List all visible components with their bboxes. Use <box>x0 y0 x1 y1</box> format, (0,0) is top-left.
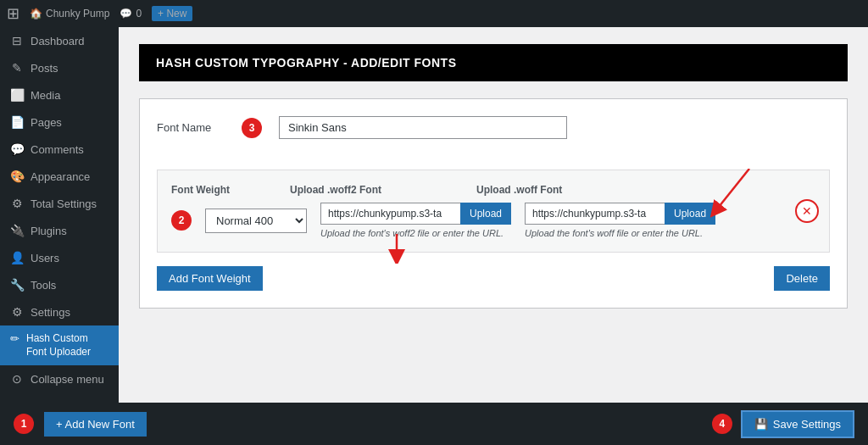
font-name-label: Font Name <box>157 121 225 134</box>
collapse-icon: ⊙ <box>10 372 24 386</box>
save-settings-button[interactable]: 💾 Save Settings <box>741 410 854 438</box>
main-content: HASH CUSTOM TYPOGRAPHY - ADD/EDIT FONTS … <box>119 27 868 403</box>
sidebar-item-plugins[interactable]: 🔌 Plugins <box>0 217 119 244</box>
woff-url-input[interactable] <box>525 203 665 225</box>
woff2-upload-button[interactable]: Upload <box>460 203 511 225</box>
bubble-icon: 💬 <box>120 8 132 19</box>
footer-left: 1 + Add New Font <box>14 412 147 437</box>
woff2-upload-row: Upload <box>320 203 511 225</box>
font-weight-select[interactable]: Normal 400 Bold 700 Light 300 Medium 500 <box>205 209 307 233</box>
sidebar-item-comments[interactable]: 💬 Comments <box>0 136 119 163</box>
font-name-input[interactable] <box>279 116 567 139</box>
sidebar-item-dashboard[interactable]: ⊟ Dashboard <box>0 27 119 54</box>
font-weight-section: Font Weight Upload .woff2 Font Upload .w… <box>157 170 830 253</box>
col-woff-label: Upload .woff Font <box>476 184 646 196</box>
woff-upload-group: Upload Upload the font's woff file or en… <box>525 203 715 238</box>
users-icon: 👤 <box>10 251 24 264</box>
sidebar-item-media[interactable]: ⬜ Media <box>0 81 119 108</box>
delete-button[interactable]: Delete <box>774 266 830 291</box>
woff-hint: Upload the font's woff file or enter the… <box>525 228 715 238</box>
font-weight-header: Font Weight Upload .woff2 Font Upload .w… <box>171 184 815 196</box>
total-settings-icon: ⚙ <box>10 197 24 210</box>
sidebar-item-appearance[interactable]: 🎨 Appearance <box>0 163 119 190</box>
sidebar: ⊟ Dashboard ✎ Posts ⬜ Media 📄 Pages 💬 Co… <box>0 27 119 403</box>
woff2-url-input[interactable] <box>320 203 460 225</box>
col-weight-label: Font Weight <box>171 184 273 196</box>
sidebar-item-collapse[interactable]: ⊙ Collapse menu <box>0 365 119 392</box>
tools-icon: 🔧 <box>10 278 24 292</box>
save-icon: 💾 <box>754 418 768 431</box>
delete-row-button[interactable]: ✕ <box>795 199 819 223</box>
badge-4: 4 <box>712 414 732 434</box>
sidebar-item-users[interactable]: 👤 Users <box>0 244 119 271</box>
comments-count[interactable]: 💬 0 <box>120 8 142 19</box>
pages-icon: 📄 <box>10 115 24 129</box>
red-arrow-woff2 <box>371 234 422 264</box>
font-weight-row: 2 Normal 400 Bold 700 Light 300 Medium 5… <box>171 203 815 238</box>
settings-icon: ⚙ <box>10 305 24 319</box>
site-name[interactable]: 🏠 Chunky Pump <box>30 8 109 19</box>
woff-upload-row: Upload <box>525 203 715 225</box>
badge-2: 2 <box>171 210 192 231</box>
woff-upload-button[interactable]: Upload <box>665 203 715 225</box>
footer-right: 4 💾 Save Settings <box>712 410 854 438</box>
sidebar-item-pages[interactable]: 📄 Pages <box>0 108 119 136</box>
sidebar-item-hash-font[interactable]: ✏ Hash Custom Font Uploader <box>0 325 119 365</box>
dashboard-icon: ⊟ <box>10 34 24 47</box>
badge-3: 3 <box>242 118 262 138</box>
sidebar-item-total-settings[interactable]: ⚙ Total Settings <box>0 190 119 217</box>
media-icon: ⬜ <box>10 88 24 102</box>
comments-icon: 💬 <box>10 142 24 156</box>
col-woff2-label: Upload .woff2 Font <box>290 184 459 196</box>
bottom-buttons: Add Font Weight Delete <box>157 266 830 291</box>
wp-logo-icon: ⊞ <box>7 4 19 23</box>
add-new-font-button[interactable]: + Add New Font <box>44 412 147 437</box>
font-name-row: Font Name 3 <box>157 116 830 153</box>
woff2-upload-group: Upload Upload the font's woff2 file or e… <box>320 203 511 238</box>
sidebar-item-settings[interactable]: ⚙ Settings <box>0 298 119 325</box>
house-icon: 🏠 <box>30 8 42 19</box>
plugins-icon: 🔌 <box>10 224 24 237</box>
sidebar-item-posts[interactable]: ✎ Posts <box>0 54 119 81</box>
badge-1: 1 <box>14 414 34 434</box>
appearance-icon: 🎨 <box>10 170 24 183</box>
woff2-hint: Upload the font's woff2 file or enter th… <box>320 228 511 238</box>
add-font-weight-button[interactable]: Add Font Weight <box>157 266 263 291</box>
hash-font-icon: ✏ <box>10 332 19 345</box>
page-header: HASH CUSTOM TYPOGRAPHY - ADD/EDIT FONTS <box>139 44 848 81</box>
sidebar-item-tools[interactable]: 🔧 Tools <box>0 271 119 298</box>
content-area: Font Name 3 Font Weight Upload .woff2 Fo… <box>139 98 848 309</box>
top-bar: ⊞ 🏠 Chunky Pump 💬 0 + New <box>0 0 868 27</box>
footer-bar: 1 + Add New Font 4 💾 Save Settings <box>0 403 868 445</box>
new-button[interactable]: + New <box>152 6 192 21</box>
posts-icon: ✎ <box>10 61 24 75</box>
